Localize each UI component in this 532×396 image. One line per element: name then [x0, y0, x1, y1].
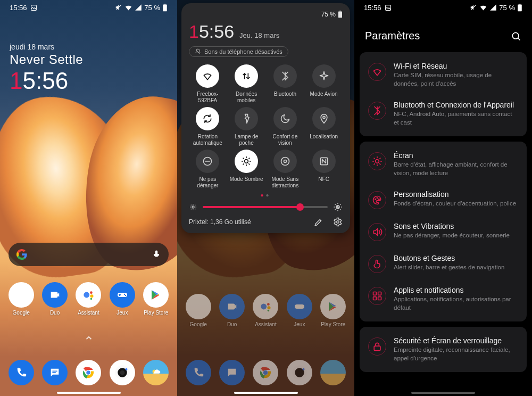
- nav-bar[interactable]: [411, 392, 475, 394]
- nav-bar[interactable]: [57, 392, 121, 394]
- qs-tile-wifi[interactable]: Freebox-592BFA: [189, 64, 227, 104]
- app-row-dimmed: Google Duo Assistant Jeux Play Store: [177, 294, 354, 327]
- svg-point-32: [268, 310, 269, 311]
- rotate-icon: [196, 107, 219, 130]
- signal-icon: [135, 4, 142, 11]
- svg-point-8: [124, 294, 125, 295]
- svg-point-43: [376, 160, 379, 163]
- page-title: Paramètres: [365, 30, 420, 42]
- mute-icon: [470, 4, 477, 11]
- data-usage[interactable]: Prixtel: 1,36 Go utilisé: [189, 218, 251, 226]
- search-bar[interactable]: [9, 243, 169, 266]
- wifi-icon: [479, 4, 487, 12]
- svg-point-3: [84, 292, 90, 298]
- nav-bar[interactable]: [234, 392, 298, 394]
- image-icon: [30, 4, 37, 11]
- svg-point-26: [192, 206, 194, 208]
- app-weather[interactable]: [140, 360, 172, 385]
- app-phone[interactable]: [5, 360, 37, 385]
- silent-pill[interactable]: Sons du téléphone désactivés: [189, 46, 288, 57]
- svg-rect-40: [518, 4, 522, 11]
- brightness-slider[interactable]: [203, 206, 328, 208]
- chevron-up-icon[interactable]: [84, 333, 94, 343]
- settings-row[interactable]: Applis et notificationsApplications, not…: [360, 279, 527, 318]
- svg-rect-47: [373, 292, 377, 295]
- app-chrome[interactable]: [72, 360, 104, 385]
- settings-group: Sécurité et Écran de verrouillageEmprein…: [360, 327, 527, 372]
- qs-status: 75 %: [189, 11, 343, 18]
- qs-tile-dnd[interactable]: Ne pas déranger: [189, 150, 227, 189]
- settings-row[interactable]: PersonnalisationFonds d'écran, couleur d…: [360, 184, 527, 216]
- battery-icon: [162, 4, 168, 12]
- palette-icon: [368, 191, 386, 209]
- battery-icon: [517, 4, 522, 12]
- sun-icon: [368, 152, 386, 170]
- qs-tile-zen[interactable]: Mode Sans distractions: [267, 150, 304, 189]
- flash-icon: [235, 107, 258, 130]
- svg-rect-2: [164, 4, 166, 5]
- search-icon[interactable]: [511, 31, 521, 42]
- settings-row[interactable]: Wi-Fi et RéseauCarte SIM, réseau mobile,…: [360, 55, 527, 94]
- svg-point-6: [90, 298, 92, 300]
- svg-point-29: [261, 304, 267, 310]
- app-camera[interactable]: [106, 360, 138, 385]
- svg-point-31: [268, 306, 271, 309]
- qs-clock[interactable]: 15:56 Jeu. 18 mars: [189, 21, 343, 42]
- qs-tiles: Freebox-592BFADonnées mobilesBluetoothMo…: [189, 64, 343, 189]
- settings-row-subtitle: Applications, notifications, autorisatio…: [394, 295, 518, 312]
- status-bar: 15:56 75 %: [0, 0, 177, 15]
- settings-row-title: Applis et notifications: [394, 286, 518, 294]
- qs-tile-nfc[interactable]: NFC: [305, 150, 343, 189]
- app-duo[interactable]: Duo: [39, 282, 71, 316]
- google-icon: [16, 249, 28, 260]
- svg-point-24: [284, 160, 286, 163]
- airplane-icon: [312, 64, 336, 88]
- data-icon: [235, 64, 258, 88]
- home-clock-widget[interactable]: jeudi 18 mars Never Settle 15:56: [10, 43, 83, 93]
- status-battery: 75 %: [144, 4, 160, 12]
- auto-brightness-icon[interactable]: [333, 202, 343, 212]
- app-assistant[interactable]: Assistant: [72, 282, 104, 316]
- wifi-icon: [124, 4, 132, 12]
- svg-point-9: [125, 295, 126, 296]
- settings-row[interactable]: ÉcranBarre d'état, affichage ambiant, co…: [360, 145, 527, 184]
- settings-row-subtitle: Ne pas déranger, mode écouteur, sonnerie: [394, 232, 510, 240]
- svg-point-35: [263, 370, 268, 375]
- settings-row[interactable]: Sons et VibrationsNe pas déranger, mode …: [360, 216, 527, 248]
- qs-tile-bluetooth[interactable]: Bluetooth: [267, 64, 304, 104]
- settings-row[interactable]: Bluetooth et Connexion de l'AppareilNFC,…: [360, 94, 527, 133]
- bluetooth-icon: [273, 64, 297, 88]
- settings-row-title: Bluetooth et Connexion de l'Appareil: [394, 101, 518, 109]
- app-messages[interactable]: [39, 360, 71, 385]
- nfc-icon: [312, 150, 336, 173]
- bluetooth-icon: [368, 102, 386, 120]
- app-play-store[interactable]: Play Store: [140, 282, 172, 316]
- settings-row-subtitle: Empreinte digitale, reconnaissance facia…: [394, 346, 518, 362]
- qs-tile-data[interactable]: Données mobiles: [228, 64, 265, 104]
- signal-icon: [489, 4, 497, 11]
- dnd-icon: [196, 150, 219, 173]
- qs-tile-dark[interactable]: Mode Sombre: [228, 150, 265, 189]
- qs-tile-moon[interactable]: Confort de vision: [267, 107, 304, 146]
- gear-icon[interactable]: [333, 217, 343, 227]
- settings-row[interactable]: Sécurité et Écran de verrouillageEmprein…: [360, 330, 527, 369]
- gesture-icon: [368, 255, 386, 273]
- settings-list: Wi-Fi et RéseauCarte SIM, réseau mobile,…: [360, 52, 527, 396]
- edit-icon[interactable]: [314, 217, 323, 227]
- mute-icon: [115, 4, 122, 11]
- status-time: 15:56: [10, 4, 27, 12]
- mic-icon[interactable]: [152, 250, 161, 259]
- svg-point-38: [302, 368, 304, 370]
- svg-point-28: [337, 221, 339, 224]
- qs-tile-airplane[interactable]: Mode Avion: [305, 64, 343, 104]
- qs-tile-rotate[interactable]: Rotation automatique: [189, 107, 227, 146]
- settings-row[interactable]: Boutons et GestesAlert slider, barre et …: [360, 248, 527, 279]
- settings-row-title: Sons et Vibrations: [394, 222, 510, 230]
- qs-tile-location[interactable]: Localisation: [305, 107, 343, 146]
- zen-icon: [273, 150, 297, 173]
- app-google-folder[interactable]: Google: [5, 282, 37, 316]
- svg-rect-33: [295, 304, 304, 309]
- qs-tile-flash[interactable]: Lampe de poche: [228, 107, 265, 146]
- settings-row-subtitle: Alert slider, barre et gestes de navigat…: [394, 263, 504, 272]
- app-games[interactable]: Jeux: [106, 282, 138, 316]
